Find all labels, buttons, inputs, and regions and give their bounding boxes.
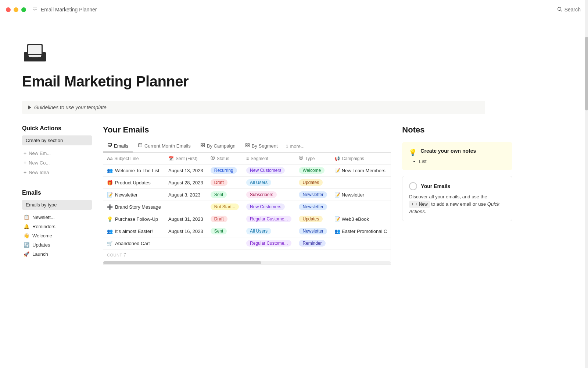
cell-status: Recurring <box>207 164 243 177</box>
close-button[interactable] <box>6 7 11 12</box>
campaign-text: Newsletter <box>342 192 364 198</box>
cell-status: Draft <box>207 177 243 189</box>
cell-subject: 🛒Abandoned Cart <box>103 237 165 250</box>
emails-by-type-button[interactable]: Emails by type <box>22 200 92 210</box>
welcome-icon: 👋 <box>24 233 29 238</box>
minimize-button[interactable] <box>14 7 18 12</box>
table-row[interactable]: 🛒Abandoned CartRegular Custome...Reminde… <box>103 237 391 250</box>
cell-subject: 💡Purchase Follow-Up <box>103 213 165 225</box>
sidebar-item-updates[interactable]: 🔄 Updates <box>22 240 92 250</box>
table-row[interactable]: 👥Welcome To The ListAugust 13, 2023Recur… <box>103 164 391 177</box>
quick-actions-title: Quick Actions <box>22 125 92 132</box>
tab-by-campaign[interactable]: By Campaign <box>196 140 240 152</box>
segment-badge: New Customers <box>246 167 285 174</box>
cell-sent: August 13, 2023 <box>165 164 207 177</box>
cell-sent: August 31, 2023 <box>165 213 207 225</box>
tab-current-month-label: Current Month Emails <box>144 143 191 149</box>
new-idea-button[interactable]: + New Idea <box>22 167 92 177</box>
sidebar: Quick Actions Create by section + New Em… <box>22 125 92 259</box>
cell-status <box>207 237 243 250</box>
plus-icon-badge: + <box>411 201 414 208</box>
col-segment: ≡ Segment <box>243 153 295 164</box>
search-button[interactable]: Search <box>557 7 581 13</box>
type-badge: Newsletter <box>299 191 327 198</box>
cell-type: Newsletter <box>295 189 331 201</box>
cell-segment: All Users <box>243 225 295 237</box>
new-email-button[interactable]: + New Em... <box>22 148 92 158</box>
cell-segment: Regular Custome... <box>243 213 295 225</box>
new-email-label: New Em... <box>29 151 51 156</box>
cell-segment: Subscribers <box>243 189 295 201</box>
list-item: List <box>419 159 506 164</box>
sidebar-item-reminders[interactable]: 🔔 Reminders <box>22 222 92 231</box>
tab-current-month[interactable]: Current Month Emails <box>133 140 195 152</box>
tab-calendar-icon <box>138 143 143 149</box>
notes-title: Notes <box>402 125 512 135</box>
type-badge: Newsletter <box>299 228 327 234</box>
newsletter-label: Newslett... <box>32 215 55 220</box>
create-by-section-button[interactable]: Create by section <box>22 135 92 145</box>
note-card-create: 💡 Create your own notes List <box>402 142 512 170</box>
subject-emoji: 👥 <box>107 168 113 173</box>
cell-type: Updates <box>295 177 331 189</box>
svg-line-1 <box>560 10 562 11</box>
table-row[interactable]: 👥It's almost Easter!August 16, 2023SentA… <box>103 225 391 237</box>
col-campaigns: 📢 Campaigns <box>331 153 391 164</box>
tab-by-segment[interactable]: By Segment <box>241 140 282 152</box>
type-badge: Updates <box>299 216 323 222</box>
table-row[interactable]: 💡Purchase Follow-UpAugust 31, 2023DraftR… <box>103 213 391 225</box>
main-layout: Quick Actions Create by section + New Em… <box>22 125 485 265</box>
horizontal-scrollbar-thumb[interactable] <box>103 261 261 264</box>
subject-text: Purchase Follow-Up <box>115 216 158 222</box>
subject-emoji: 📝 <box>107 192 113 198</box>
traffic-lights <box>6 7 26 12</box>
status-badge: Recurring <box>211 167 237 174</box>
tab-grid-icon <box>200 143 205 149</box>
cell-segment: All Users <box>243 177 295 189</box>
plus-icon-2: + <box>24 160 26 166</box>
segment-badge: All Users <box>246 228 271 234</box>
table-row[interactable]: 🎁Product UpdatesAugust 28, 2023DraftAll … <box>103 177 391 189</box>
guidelines-label: Guidelines to use your template <box>34 105 107 110</box>
page-icon <box>22 41 485 69</box>
table-row[interactable]: 📝NewsletterAugust 3, 2023SentSubscribers… <box>103 189 391 201</box>
emails-section-title: Your Emails <box>103 125 391 135</box>
table-row[interactable]: ➕Brand Story MessageNot Start...New Cust… <box>103 201 391 213</box>
cell-subject: 🎁Product Updates <box>103 177 165 189</box>
emails-table: Aa Subject Line 📅 Sent (First) <box>103 153 391 261</box>
subject-text: Brand Story Message <box>115 204 161 210</box>
svg-rect-13 <box>248 144 249 145</box>
scrollbar-thumb[interactable] <box>585 37 588 110</box>
fullscreen-button[interactable] <box>21 7 26 12</box>
plus-icon-3: + <box>24 169 26 175</box>
campaign-emoji: 📝 <box>334 192 340 198</box>
bulb-icon: 💡 <box>409 148 417 156</box>
svg-point-19 <box>300 157 302 159</box>
app-name-bar: Email Marketing Planner <box>32 6 97 13</box>
status-badge: Draft <box>211 216 227 222</box>
new-idea-label: New Idea <box>29 170 49 175</box>
titlebar: Email Marketing Planner Search <box>0 0 588 19</box>
tab-emails-label: Emails <box>114 143 128 149</box>
tab-by-segment-label: By Segment <box>252 143 278 149</box>
tab-emails[interactable]: Emails <box>103 140 133 152</box>
guidelines-toggle[interactable]: Guidelines to use your template <box>22 101 485 114</box>
cell-segment: New Customers <box>243 164 295 177</box>
cell-campaign: 📝 Newsletter <box>331 189 391 201</box>
scrollbar[interactable] <box>585 0 588 279</box>
new-contact-button[interactable]: + New Co... <box>22 158 92 167</box>
col-subject-icon: Aa <box>107 156 112 161</box>
col-type: Type <box>295 153 331 164</box>
cell-status: Sent <box>207 189 243 201</box>
sidebar-item-welcome[interactable]: 👋 Welcome <box>22 231 92 240</box>
status-badge: Sent <box>211 228 227 234</box>
svg-point-17 <box>212 157 214 159</box>
sidebar-item-newsletter[interactable]: 📋 Newslett... <box>22 213 92 222</box>
subject-text: Abandoned Cart <box>115 241 150 246</box>
horizontal-scrollbar[interactable] <box>103 261 391 264</box>
cell-campaign <box>331 177 391 189</box>
sidebar-item-launch[interactable]: 🚀 Launch <box>22 250 92 259</box>
status-badge: Not Start... <box>211 204 239 210</box>
segment-badge: Regular Custome... <box>246 216 291 222</box>
tab-more[interactable]: 1 more... <box>283 141 308 152</box>
